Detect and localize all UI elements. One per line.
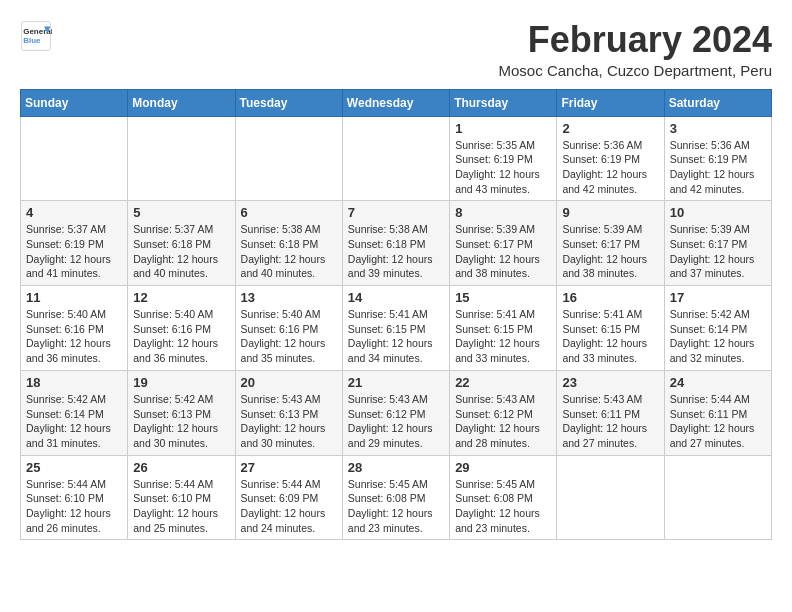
header-monday: Monday — [128, 89, 235, 116]
calendar-cell: 11Sunrise: 5:40 AM Sunset: 6:16 PM Dayli… — [21, 286, 128, 371]
day-info: Sunrise: 5:36 AM Sunset: 6:19 PM Dayligh… — [670, 138, 766, 197]
day-info: Sunrise: 5:39 AM Sunset: 6:17 PM Dayligh… — [455, 222, 551, 281]
day-number: 13 — [241, 290, 337, 305]
header-thursday: Thursday — [450, 89, 557, 116]
day-info: Sunrise: 5:43 AM Sunset: 6:13 PM Dayligh… — [241, 392, 337, 451]
week-row-2: 4Sunrise: 5:37 AM Sunset: 6:19 PM Daylig… — [21, 201, 772, 286]
calendar-cell: 25Sunrise: 5:44 AM Sunset: 6:10 PM Dayli… — [21, 455, 128, 540]
calendar-cell — [235, 116, 342, 201]
calendar-header-row: SundayMondayTuesdayWednesdayThursdayFrid… — [21, 89, 772, 116]
location-subtitle: Mosoc Cancha, Cuzco Department, Peru — [499, 62, 772, 79]
day-info: Sunrise: 5:37 AM Sunset: 6:19 PM Dayligh… — [26, 222, 122, 281]
day-number: 15 — [455, 290, 551, 305]
day-info: Sunrise: 5:39 AM Sunset: 6:17 PM Dayligh… — [670, 222, 766, 281]
day-number: 16 — [562, 290, 658, 305]
day-number: 26 — [133, 460, 229, 475]
svg-text:Blue: Blue — [23, 36, 41, 45]
logo-icon: General Blue — [20, 20, 52, 52]
calendar-cell: 4Sunrise: 5:37 AM Sunset: 6:19 PM Daylig… — [21, 201, 128, 286]
day-info: Sunrise: 5:44 AM Sunset: 6:10 PM Dayligh… — [26, 477, 122, 536]
calendar-cell — [557, 455, 664, 540]
calendar-cell: 15Sunrise: 5:41 AM Sunset: 6:15 PM Dayli… — [450, 286, 557, 371]
day-number: 12 — [133, 290, 229, 305]
calendar-cell: 2Sunrise: 5:36 AM Sunset: 6:19 PM Daylig… — [557, 116, 664, 201]
day-number: 4 — [26, 205, 122, 220]
day-number: 18 — [26, 375, 122, 390]
calendar-cell: 7Sunrise: 5:38 AM Sunset: 6:18 PM Daylig… — [342, 201, 449, 286]
calendar-cell: 10Sunrise: 5:39 AM Sunset: 6:17 PM Dayli… — [664, 201, 771, 286]
day-info: Sunrise: 5:42 AM Sunset: 6:14 PM Dayligh… — [26, 392, 122, 451]
day-number: 23 — [562, 375, 658, 390]
day-info: Sunrise: 5:35 AM Sunset: 6:19 PM Dayligh… — [455, 138, 551, 197]
day-info: Sunrise: 5:43 AM Sunset: 6:11 PM Dayligh… — [562, 392, 658, 451]
header-tuesday: Tuesday — [235, 89, 342, 116]
day-info: Sunrise: 5:40 AM Sunset: 6:16 PM Dayligh… — [133, 307, 229, 366]
day-info: Sunrise: 5:44 AM Sunset: 6:10 PM Dayligh… — [133, 477, 229, 536]
week-row-3: 11Sunrise: 5:40 AM Sunset: 6:16 PM Dayli… — [21, 286, 772, 371]
day-number: 14 — [348, 290, 444, 305]
day-info: Sunrise: 5:41 AM Sunset: 6:15 PM Dayligh… — [455, 307, 551, 366]
calendar-cell: 24Sunrise: 5:44 AM Sunset: 6:11 PM Dayli… — [664, 370, 771, 455]
day-info: Sunrise: 5:45 AM Sunset: 6:08 PM Dayligh… — [455, 477, 551, 536]
calendar-cell: 27Sunrise: 5:44 AM Sunset: 6:09 PM Dayli… — [235, 455, 342, 540]
day-number: 2 — [562, 121, 658, 136]
calendar-cell: 14Sunrise: 5:41 AM Sunset: 6:15 PM Dayli… — [342, 286, 449, 371]
calendar-cell — [128, 116, 235, 201]
day-number: 27 — [241, 460, 337, 475]
day-number: 6 — [241, 205, 337, 220]
day-info: Sunrise: 5:43 AM Sunset: 6:12 PM Dayligh… — [348, 392, 444, 451]
day-info: Sunrise: 5:39 AM Sunset: 6:17 PM Dayligh… — [562, 222, 658, 281]
day-number: 28 — [348, 460, 444, 475]
day-info: Sunrise: 5:41 AM Sunset: 6:15 PM Dayligh… — [562, 307, 658, 366]
calendar-cell: 29Sunrise: 5:45 AM Sunset: 6:08 PM Dayli… — [450, 455, 557, 540]
calendar-table: SundayMondayTuesdayWednesdayThursdayFrid… — [20, 89, 772, 541]
day-info: Sunrise: 5:42 AM Sunset: 6:14 PM Dayligh… — [670, 307, 766, 366]
header-sunday: Sunday — [21, 89, 128, 116]
day-number: 11 — [26, 290, 122, 305]
calendar-cell — [21, 116, 128, 201]
day-number: 9 — [562, 205, 658, 220]
day-info: Sunrise: 5:38 AM Sunset: 6:18 PM Dayligh… — [348, 222, 444, 281]
day-info: Sunrise: 5:44 AM Sunset: 6:09 PM Dayligh… — [241, 477, 337, 536]
month-title: February 2024 — [499, 20, 772, 60]
day-info: Sunrise: 5:43 AM Sunset: 6:12 PM Dayligh… — [455, 392, 551, 451]
day-number: 24 — [670, 375, 766, 390]
calendar-cell: 26Sunrise: 5:44 AM Sunset: 6:10 PM Dayli… — [128, 455, 235, 540]
day-info: Sunrise: 5:36 AM Sunset: 6:19 PM Dayligh… — [562, 138, 658, 197]
calendar-cell: 13Sunrise: 5:40 AM Sunset: 6:16 PM Dayli… — [235, 286, 342, 371]
day-info: Sunrise: 5:44 AM Sunset: 6:11 PM Dayligh… — [670, 392, 766, 451]
calendar-cell: 22Sunrise: 5:43 AM Sunset: 6:12 PM Dayli… — [450, 370, 557, 455]
day-number: 19 — [133, 375, 229, 390]
day-info: Sunrise: 5:37 AM Sunset: 6:18 PM Dayligh… — [133, 222, 229, 281]
day-info: Sunrise: 5:40 AM Sunset: 6:16 PM Dayligh… — [241, 307, 337, 366]
calendar-cell: 16Sunrise: 5:41 AM Sunset: 6:15 PM Dayli… — [557, 286, 664, 371]
day-number: 5 — [133, 205, 229, 220]
day-number: 21 — [348, 375, 444, 390]
calendar-cell: 23Sunrise: 5:43 AM Sunset: 6:11 PM Dayli… — [557, 370, 664, 455]
calendar-cell: 18Sunrise: 5:42 AM Sunset: 6:14 PM Dayli… — [21, 370, 128, 455]
day-info: Sunrise: 5:45 AM Sunset: 6:08 PM Dayligh… — [348, 477, 444, 536]
calendar-cell: 8Sunrise: 5:39 AM Sunset: 6:17 PM Daylig… — [450, 201, 557, 286]
day-number: 1 — [455, 121, 551, 136]
calendar-cell: 21Sunrise: 5:43 AM Sunset: 6:12 PM Dayli… — [342, 370, 449, 455]
day-number: 8 — [455, 205, 551, 220]
title-block: February 2024 Mosoc Cancha, Cuzco Depart… — [499, 20, 772, 79]
header-saturday: Saturday — [664, 89, 771, 116]
day-info: Sunrise: 5:41 AM Sunset: 6:15 PM Dayligh… — [348, 307, 444, 366]
calendar-cell: 3Sunrise: 5:36 AM Sunset: 6:19 PM Daylig… — [664, 116, 771, 201]
day-number: 22 — [455, 375, 551, 390]
calendar-cell — [342, 116, 449, 201]
calendar-cell: 20Sunrise: 5:43 AM Sunset: 6:13 PM Dayli… — [235, 370, 342, 455]
page-header: General Blue February 2024 Mosoc Cancha,… — [20, 20, 772, 79]
calendar-cell: 19Sunrise: 5:42 AM Sunset: 6:13 PM Dayli… — [128, 370, 235, 455]
calendar-cell: 9Sunrise: 5:39 AM Sunset: 6:17 PM Daylig… — [557, 201, 664, 286]
logo: General Blue — [20, 20, 52, 52]
calendar-cell: 12Sunrise: 5:40 AM Sunset: 6:16 PM Dayli… — [128, 286, 235, 371]
calendar-cell: 5Sunrise: 5:37 AM Sunset: 6:18 PM Daylig… — [128, 201, 235, 286]
week-row-5: 25Sunrise: 5:44 AM Sunset: 6:10 PM Dayli… — [21, 455, 772, 540]
day-info: Sunrise: 5:42 AM Sunset: 6:13 PM Dayligh… — [133, 392, 229, 451]
day-number: 17 — [670, 290, 766, 305]
day-number: 20 — [241, 375, 337, 390]
day-info: Sunrise: 5:38 AM Sunset: 6:18 PM Dayligh… — [241, 222, 337, 281]
header-friday: Friday — [557, 89, 664, 116]
